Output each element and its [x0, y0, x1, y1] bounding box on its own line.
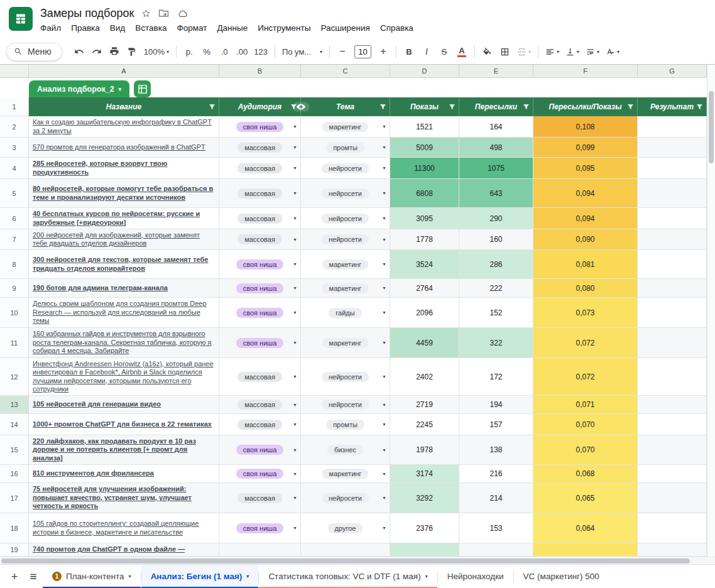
text-rotation-button[interactable]: ▾: [603, 43, 622, 60]
cell-shows[interactable]: 2376: [390, 513, 459, 543]
filter-icon[interactable]: [523, 104, 530, 111]
audience-chip[interactable]: своя ниша: [236, 469, 284, 479]
cell-audience[interactable]: своя ниша▼: [219, 116, 301, 138]
header-cell-3[interactable]: Показы: [390, 97, 459, 116]
dropdown-caret-icon[interactable]: ▼: [382, 310, 386, 315]
row-header-2[interactable]: 2: [0, 116, 29, 138]
column-header-G[interactable]: G: [638, 65, 707, 77]
column-header-E[interactable]: E: [459, 65, 533, 77]
cell-shows[interactable]: [390, 543, 459, 557]
cell-result[interactable]: [638, 396, 707, 414]
dropdown-caret-icon[interactable]: ▼: [382, 124, 386, 129]
sheet-tab-4[interactable]: VC (маркетинг) 500: [514, 565, 609, 588]
redo-button[interactable]: [89, 43, 105, 60]
text-wrap-button[interactable]: ▾: [583, 43, 602, 60]
menu-item-8[interactable]: Справка: [375, 21, 418, 35]
cell-shows[interactable]: 6808: [390, 179, 459, 208]
cell-audience[interactable]: массовая▼: [219, 158, 301, 179]
table-menu-button[interactable]: [134, 80, 151, 97]
cell-result[interactable]: [638, 158, 707, 179]
font-size-input[interactable]: 10: [354, 45, 371, 58]
dropdown-caret-icon[interactable]: ▼: [382, 166, 386, 170]
cell-audience[interactable]: массовая▼: [219, 208, 301, 229]
add-sheet-button[interactable]: +: [5, 567, 24, 586]
cell-ratio[interactable]: 0,072: [533, 358, 638, 396]
audience-chip[interactable]: массовая: [237, 493, 282, 503]
cell-shows[interactable]: 2764: [390, 279, 459, 298]
filter-button[interactable]: [627, 104, 634, 111]
cell-forwards[interactable]: 160: [459, 229, 533, 250]
post-title-link[interactable]: Инвестфонд Andreessen Horowitz (a16z), к…: [33, 360, 215, 394]
dropdown-caret-icon[interactable]: ▼: [382, 191, 386, 195]
audience-chip[interactable]: своя ниша: [236, 122, 284, 132]
dropdown-caret-icon[interactable]: ▼: [293, 237, 297, 242]
sheet-tab-3[interactable]: Нейронаходки: [438, 565, 513, 588]
cell-topic[interactable]: промты▼: [301, 414, 390, 435]
cell-audience[interactable]: массовая▼: [219, 483, 301, 513]
sheet-tab-1[interactable]: Анализ: Бегин (1 мая)▾: [141, 565, 259, 588]
dropdown-caret-icon[interactable]: ▼: [382, 262, 386, 266]
sheet-tab-0[interactable]: 1План-контента▾: [43, 565, 141, 588]
cell-shows[interactable]: 1778: [390, 229, 459, 250]
cell-shows[interactable]: 3524: [390, 250, 459, 279]
audience-chip[interactable]: своя ниша: [236, 445, 284, 455]
filter-icon[interactable]: [449, 104, 456, 111]
row-header-9[interactable]: 9: [0, 279, 29, 298]
cell-audience[interactable]: своя ниша▼: [219, 279, 301, 298]
row-header-8[interactable]: 8: [0, 250, 29, 279]
cell-name[interactable]: 285 нейросетей, которые взорвут твою про…: [29, 158, 219, 179]
increase-decimals-button[interactable]: .00: [234, 43, 250, 60]
undo-button[interactable]: [71, 43, 87, 60]
cell-name[interactable]: 190 ботов для админа телеграм-канала: [29, 279, 219, 298]
horizontal-scrollbar-handle[interactable]: [1, 558, 690, 564]
dropdown-caret-icon[interactable]: ▼: [293, 124, 297, 129]
sheet-tab-2[interactable]: Статистика топовых: VC и DTF (1 мая)▾: [259, 565, 437, 588]
filter-button[interactable]: [523, 104, 530, 111]
header-cell-5[interactable]: Пересылки/Показы: [533, 97, 638, 116]
cell-audience[interactable]: своя ниша▼: [219, 250, 301, 279]
filter-icon[interactable]: [627, 104, 634, 111]
cell-ratio[interactable]: 0,080: [533, 279, 638, 298]
audience-chip[interactable]: своя ниша: [236, 523, 284, 533]
cell-ratio[interactable]: 0,072: [533, 328, 638, 358]
filter-button[interactable]: [209, 104, 216, 111]
cell-ratio[interactable]: 0,094: [533, 179, 638, 208]
post-title-link[interactable]: 80 нейросетей, которые помогут тебе разо…: [33, 185, 215, 202]
cell-topic[interactable]: маркетинг▼: [301, 465, 390, 483]
star-icon[interactable]: [141, 9, 151, 18]
fill-color-button[interactable]: [479, 43, 496, 60]
cell-ratio[interactable]: 0,071: [533, 396, 638, 414]
header-cell-2[interactable]: Тема: [301, 97, 390, 116]
cell-audience[interactable]: массовая▼: [219, 358, 301, 396]
post-title-link[interactable]: 190 ботов для админа телеграм-канала: [33, 284, 168, 293]
menu-item-6[interactable]: Инструменты: [253, 21, 315, 35]
font-selector[interactable]: По ум...▾: [280, 43, 325, 60]
topic-chip[interactable]: нейросети: [322, 163, 369, 173]
strikethrough-button[interactable]: S: [436, 43, 452, 60]
dropdown-caret-icon[interactable]: ▼: [293, 340, 297, 345]
post-title-link[interactable]: 740 промтов для ChatGPT в одном файле —: [33, 545, 185, 554]
cell-topic[interactable]: маркетинг▼: [301, 328, 390, 358]
merge-cells-button[interactable]: ▾: [515, 43, 533, 60]
dropdown-caret-icon[interactable]: ▼: [293, 286, 297, 290]
cell-name[interactable]: 75 нейросетей для улучшения изображений:…: [29, 483, 219, 513]
column-header-F[interactable]: F: [533, 65, 638, 77]
cell-topic[interactable]: промты▼: [301, 138, 390, 158]
row-header-6[interactable]: 6: [0, 208, 29, 229]
cell-topic[interactable]: маркетинг▼: [301, 279, 390, 298]
cell-forwards[interactable]: 164: [459, 116, 533, 138]
menu-item-2[interactable]: Вид: [105, 21, 130, 35]
menu-item-3[interactable]: Вставка: [130, 21, 172, 35]
print-button[interactable]: [106, 43, 123, 60]
dropdown-caret-icon[interactable]: ▼: [293, 472, 297, 476]
cell-result[interactable]: [638, 179, 707, 208]
audience-chip[interactable]: своя ниша: [236, 259, 284, 270]
cell-name[interactable]: 200 нейросетей для изображений, которые …: [29, 229, 219, 250]
filter-button[interactable]: [696, 104, 703, 111]
row-header-15[interactable]: 15: [0, 435, 29, 465]
dropdown-caret-icon[interactable]: ▼: [382, 422, 386, 427]
cell-result[interactable]: [638, 116, 707, 138]
cell-forwards[interactable]: 153: [459, 513, 533, 543]
cell-name[interactable]: Как я создаю зашибательскую инфографику …: [29, 116, 219, 138]
topic-chip[interactable]: нейросети: [322, 493, 369, 503]
